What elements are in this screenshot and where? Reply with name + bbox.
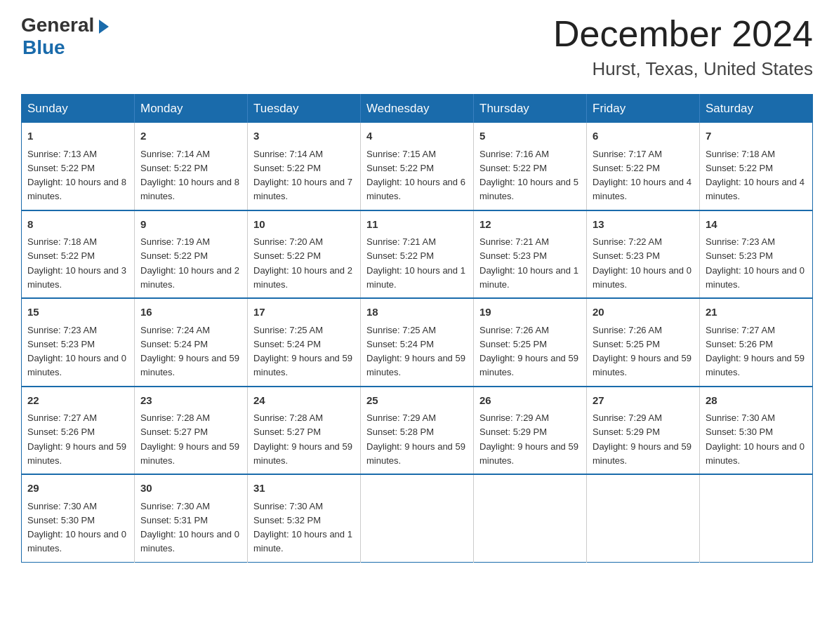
day-info: Sunrise: 7:26 AMSunset: 5:25 PMDaylight:… [479,325,578,378]
day-number: 21 [706,304,807,321]
day-number: 7 [706,128,807,145]
table-row [474,474,587,562]
day-info: Sunrise: 7:21 AMSunset: 5:23 PMDaylight:… [479,236,578,290]
table-row: 1 Sunrise: 7:13 AMSunset: 5:22 PMDayligh… [22,123,135,210]
day-info: Sunrise: 7:15 AMSunset: 5:22 PMDaylight:… [366,149,465,202]
day-info: Sunrise: 7:13 AMSunset: 5:22 PMDaylight:… [27,149,126,202]
day-info: Sunrise: 7:22 AMSunset: 5:23 PMDaylight:… [593,236,691,290]
day-number: 8 [27,217,128,233]
table-row: 18 Sunrise: 7:25 AMSunset: 5:24 PMDaylig… [361,298,474,387]
col-sunday: Sunday [22,95,135,123]
table-row: 28 Sunrise: 7:30 AMSunset: 5:30 PMDaylig… [700,387,813,475]
day-info: Sunrise: 7:23 AMSunset: 5:23 PMDaylight:… [27,325,126,378]
week-row-1: 1 Sunrise: 7:13 AMSunset: 5:22 PMDayligh… [22,123,813,210]
day-number: 13 [593,217,694,233]
col-tuesday: Tuesday [248,95,361,123]
table-row: 3 Sunrise: 7:14 AMSunset: 5:22 PMDayligh… [248,123,361,210]
day-info: Sunrise: 7:30 AMSunset: 5:31 PMDaylight:… [140,501,239,554]
day-number: 4 [366,128,468,145]
logo: General Blue [21,14,109,59]
table-row: 11 Sunrise: 7:21 AMSunset: 5:22 PMDaylig… [361,210,474,299]
day-info: Sunrise: 7:21 AMSunset: 5:22 PMDaylight:… [366,236,465,290]
col-thursday: Thursday [474,95,587,123]
day-info: Sunrise: 7:29 AMSunset: 5:29 PMDaylight:… [593,412,691,466]
day-number: 17 [253,304,355,321]
week-row-4: 22 Sunrise: 7:27 AMSunset: 5:26 PMDaylig… [22,387,813,475]
week-row-5: 29 Sunrise: 7:30 AMSunset: 5:30 PMDaylig… [22,474,813,562]
table-row: 7 Sunrise: 7:18 AMSunset: 5:22 PMDayligh… [700,123,813,210]
logo-triangle-icon [99,20,109,34]
calendar-table: Sunday Monday Tuesday Wednesday Thursday… [21,94,813,563]
day-number: 31 [253,481,355,497]
table-row: 25 Sunrise: 7:29 AMSunset: 5:28 PMDaylig… [361,387,474,475]
day-info: Sunrise: 7:25 AMSunset: 5:24 PMDaylight:… [253,325,352,378]
day-number: 6 [593,128,694,145]
day-info: Sunrise: 7:28 AMSunset: 5:27 PMDaylight:… [140,412,239,466]
day-number: 1 [27,128,128,145]
day-info: Sunrise: 7:16 AMSunset: 5:22 PMDaylight:… [479,149,578,202]
table-row: 8 Sunrise: 7:18 AMSunset: 5:22 PMDayligh… [22,210,135,299]
col-wednesday: Wednesday [361,95,474,123]
table-row: 14 Sunrise: 7:23 AMSunset: 5:23 PMDaylig… [700,210,813,299]
day-number: 26 [479,393,581,409]
table-row: 31 Sunrise: 7:30 AMSunset: 5:32 PMDaylig… [248,474,361,562]
table-row: 16 Sunrise: 7:24 AMSunset: 5:24 PMDaylig… [135,298,248,387]
day-number: 19 [479,304,581,321]
day-info: Sunrise: 7:14 AMSunset: 5:22 PMDaylight:… [253,149,352,202]
calendar-title-block: December 2024 Hurst, Texas, United State… [553,14,813,80]
table-row: 5 Sunrise: 7:16 AMSunset: 5:22 PMDayligh… [474,123,587,210]
day-info: Sunrise: 7:20 AMSunset: 5:22 PMDaylight:… [253,236,352,290]
day-info: Sunrise: 7:28 AMSunset: 5:27 PMDaylight:… [253,412,352,466]
day-info: Sunrise: 7:30 AMSunset: 5:30 PMDaylight:… [706,412,805,466]
day-number: 12 [479,217,581,233]
day-number: 16 [140,304,241,321]
day-info: Sunrise: 7:27 AMSunset: 5:26 PMDaylight:… [706,325,805,378]
table-row [700,474,813,562]
day-number: 20 [593,304,694,321]
table-row: 23 Sunrise: 7:28 AMSunset: 5:27 PMDaylig… [135,387,248,475]
table-row: 17 Sunrise: 7:25 AMSunset: 5:24 PMDaylig… [248,298,361,387]
table-row: 29 Sunrise: 7:30 AMSunset: 5:30 PMDaylig… [22,474,135,562]
day-number: 11 [366,217,468,233]
day-number: 2 [140,128,241,145]
day-info: Sunrise: 7:27 AMSunset: 5:26 PMDaylight:… [27,412,126,466]
day-number: 23 [140,393,241,409]
day-number: 15 [27,304,128,321]
table-row: 20 Sunrise: 7:26 AMSunset: 5:25 PMDaylig… [587,298,700,387]
day-info: Sunrise: 7:30 AMSunset: 5:30 PMDaylight:… [27,501,126,554]
day-info: Sunrise: 7:29 AMSunset: 5:29 PMDaylight:… [479,412,578,466]
day-number: 9 [140,217,241,233]
day-number: 18 [366,304,468,321]
table-row: 19 Sunrise: 7:26 AMSunset: 5:25 PMDaylig… [474,298,587,387]
day-number: 24 [253,393,355,409]
day-info: Sunrise: 7:14 AMSunset: 5:22 PMDaylight:… [140,149,239,202]
week-row-2: 8 Sunrise: 7:18 AMSunset: 5:22 PMDayligh… [22,210,813,299]
day-info: Sunrise: 7:17 AMSunset: 5:22 PMDaylight:… [593,149,691,202]
day-info: Sunrise: 7:25 AMSunset: 5:24 PMDaylight:… [366,325,465,378]
table-row [587,474,700,562]
page-header: General Blue December 2024 Hurst, Texas,… [21,14,813,80]
table-row: 2 Sunrise: 7:14 AMSunset: 5:22 PMDayligh… [135,123,248,210]
day-number: 29 [27,481,128,497]
logo-blue-text: Blue [22,36,65,59]
table-row: 10 Sunrise: 7:20 AMSunset: 5:22 PMDaylig… [248,210,361,299]
day-number: 5 [479,128,581,145]
table-row: 27 Sunrise: 7:29 AMSunset: 5:29 PMDaylig… [587,387,700,475]
table-row [361,474,474,562]
col-monday: Monday [135,95,248,123]
table-row: 30 Sunrise: 7:30 AMSunset: 5:31 PMDaylig… [135,474,248,562]
table-row: 12 Sunrise: 7:21 AMSunset: 5:23 PMDaylig… [474,210,587,299]
col-saturday: Saturday [700,95,813,123]
day-number: 25 [366,393,468,409]
day-number: 14 [706,217,807,233]
table-row: 6 Sunrise: 7:17 AMSunset: 5:22 PMDayligh… [587,123,700,210]
day-number: 3 [253,128,355,145]
day-number: 22 [27,393,128,409]
table-row: 13 Sunrise: 7:22 AMSunset: 5:23 PMDaylig… [587,210,700,299]
table-row: 4 Sunrise: 7:15 AMSunset: 5:22 PMDayligh… [361,123,474,210]
day-info: Sunrise: 7:24 AMSunset: 5:24 PMDaylight:… [140,325,239,378]
table-row: 26 Sunrise: 7:29 AMSunset: 5:29 PMDaylig… [474,387,587,475]
table-row: 22 Sunrise: 7:27 AMSunset: 5:26 PMDaylig… [22,387,135,475]
day-number: 10 [253,217,355,233]
calendar-subtitle: Hurst, Texas, United States [553,58,813,80]
